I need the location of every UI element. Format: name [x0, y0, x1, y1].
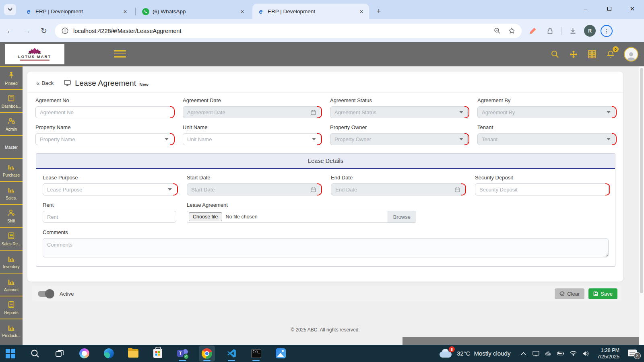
browser-tab-erp-1[interactable]: e ERP | Development ✕ — [20, 4, 133, 19]
window-minimize-button[interactable]: – — [574, 0, 597, 18]
security-deposit-input[interactable] — [479, 187, 604, 193]
agreement-status-select[interactable]: Agreement Status — [330, 106, 468, 118]
bell-icon[interactable]: 0 — [605, 49, 616, 60]
wifi-icon[interactable] — [570, 350, 577, 357]
onedrive-paused-icon[interactable] — [545, 350, 552, 357]
sidebar-item-pinned[interactable]: Pinned — [0, 66, 23, 89]
window-close-button[interactable]: ✕ — [621, 0, 644, 18]
url-text[interactable]: localhost:4228/#/Master/LeaseAggrement — [73, 28, 493, 34]
hamburger-menu-icon[interactable] — [114, 50, 126, 58]
sidebar-item-sales-return[interactable]: Sales Re... — [0, 227, 23, 250]
bookmark-star-icon[interactable] — [507, 27, 516, 35]
search-icon — [30, 349, 40, 358]
browser-menu-button[interactable]: ⋮ — [601, 25, 613, 37]
file-explorer-button[interactable] — [125, 346, 141, 362]
agreement-date-input[interactable]: Agreement Date — [183, 106, 320, 118]
clear-button[interactable]: Clear — [555, 288, 584, 299]
chevron-down-icon — [459, 111, 463, 113]
sidebar-item-reports[interactable]: Reports — [0, 296, 23, 319]
expand-arrows-icon[interactable] — [568, 49, 579, 60]
new-tab-button[interactable]: + — [373, 6, 384, 17]
terminal-button[interactable]: C:\_ — [248, 346, 264, 362]
teams-button[interactable]: T✓ — [174, 346, 190, 362]
reload-button[interactable]: ↻ — [37, 24, 51, 38]
speaker-icon[interactable] — [582, 350, 589, 357]
apps-grid-icon[interactable] — [587, 49, 597, 60]
browser-tab-erp-active[interactable]: e ERP | Development ✕ — [252, 4, 369, 19]
tab-search-button[interactable] — [4, 4, 16, 15]
sidebar-item-production[interactable]: Producti... — [0, 319, 23, 341]
sidebar-item-sales[interactable]: Sales. — [0, 181, 23, 204]
forward-button[interactable]: → — [20, 24, 34, 38]
browser-profile-avatar[interactable]: R — [584, 25, 596, 37]
lotus-flower-icon — [27, 48, 43, 54]
tab-close-icon[interactable]: ✕ — [239, 8, 246, 15]
save-button[interactable]: Save — [588, 288, 617, 299]
edge-button[interactable] — [101, 346, 117, 362]
page-scrollbar[interactable] — [639, 66, 644, 345]
chrome-button[interactable] — [199, 346, 215, 362]
sidebar-item-purchase[interactable]: Purchase — [0, 158, 23, 181]
field-comments: Comments — [43, 229, 609, 259]
extensions-icon[interactable] — [544, 25, 555, 37]
property-name-select[interactable]: Property Name — [35, 133, 173, 145]
scrollbar-thumb[interactable] — [640, 68, 643, 293]
taskbar-search-button[interactable] — [27, 346, 43, 362]
sidebar-item-label: Producti... — [2, 333, 20, 338]
lease-purpose-select[interactable]: Lease Purpose — [43, 183, 176, 195]
battery-charging-icon[interactable] — [557, 350, 564, 357]
browser-tab-whatsapp[interactable]: (6) WhatsApp ✕ — [137, 4, 250, 19]
photos-button[interactable] — [272, 346, 289, 362]
search-icon[interactable] — [550, 49, 560, 60]
copilot-button[interactable] — [76, 346, 92, 362]
calendar-icon — [311, 110, 316, 115]
microsoft-store-button[interactable] — [150, 346, 166, 362]
end-date-input[interactable]: End Date — [331, 183, 464, 195]
browse-button[interactable]: Browse — [388, 211, 416, 222]
field-label: Comments — [43, 229, 609, 235]
user-icon — [7, 208, 16, 217]
sidebar-item-account[interactable]: Account — [0, 273, 23, 296]
sidebar-item-inventory[interactable]: Inventory — [0, 250, 23, 273]
comments-textarea[interactable] — [43, 238, 609, 257]
taskbar-clock[interactable]: 1:28 PM 7/25/2025 — [597, 347, 619, 360]
agreement-by-select[interactable]: Agreement By — [477, 106, 615, 118]
field-label: Property Owner — [330, 124, 468, 130]
vscode-button[interactable] — [223, 346, 239, 362]
tenant-select[interactable]: Tenant — [477, 133, 615, 145]
back-link[interactable]: « Back — [36, 80, 54, 86]
back-button[interactable]: ← — [3, 24, 17, 38]
active-toggle[interactable] — [38, 291, 53, 297]
tab-close-icon[interactable]: ✕ — [122, 8, 129, 15]
start-date-input[interactable]: Start Date — [187, 183, 320, 195]
task-view-button[interactable] — [52, 346, 68, 362]
weather-cloud-icon: 8 — [440, 349, 453, 358]
pen-extension-icon[interactable] — [527, 25, 539, 37]
downloads-icon[interactable] — [567, 25, 578, 37]
sidebar-item-master[interactable]: Master — [0, 135, 23, 158]
windows-logo-icon — [6, 349, 15, 358]
page-info-icon[interactable] — [60, 27, 69, 35]
lease-agreement-file-input[interactable]: Choose file No file chosen Browse — [187, 211, 416, 223]
unit-name-select[interactable]: Unit Name — [183, 133, 320, 145]
app-logo[interactable]: LOTUS MART — [5, 44, 64, 64]
tray-chevron-up-icon[interactable] — [520, 350, 527, 357]
placeholder-text: Agreement Date — [187, 109, 225, 115]
window-restore-button[interactable] — [597, 0, 621, 18]
choose-file-button[interactable]: Choose file — [189, 212, 222, 221]
cast-screen-icon[interactable] — [532, 350, 539, 357]
windows-taskbar: T✓ C:\_ 8 32°C Mostly cloudy — [0, 345, 644, 362]
sidebar-item-admin[interactable]: Admin — [0, 112, 23, 135]
sidebar-item-shift[interactable]: Shift — [0, 204, 23, 227]
sidebar-item-dashboard[interactable]: Dashboa... — [0, 89, 23, 112]
notification-center-button[interactable]: 8 — [628, 349, 640, 358]
tab-close-icon[interactable]: ✕ — [358, 8, 365, 15]
start-button[interactable] — [2, 346, 19, 362]
zoom-icon[interactable] — [493, 27, 502, 35]
weather-widget[interactable]: 8 32°C Mostly cloudy — [440, 349, 510, 358]
address-bar[interactable]: localhost:4228/#/Master/LeaseAggrement — [55, 24, 522, 38]
agreement-no-input[interactable] — [40, 109, 169, 115]
rent-input[interactable] — [47, 214, 172, 220]
user-avatar[interactable] — [624, 47, 638, 62]
property-owner-select[interactable]: Property Owner — [330, 133, 468, 145]
